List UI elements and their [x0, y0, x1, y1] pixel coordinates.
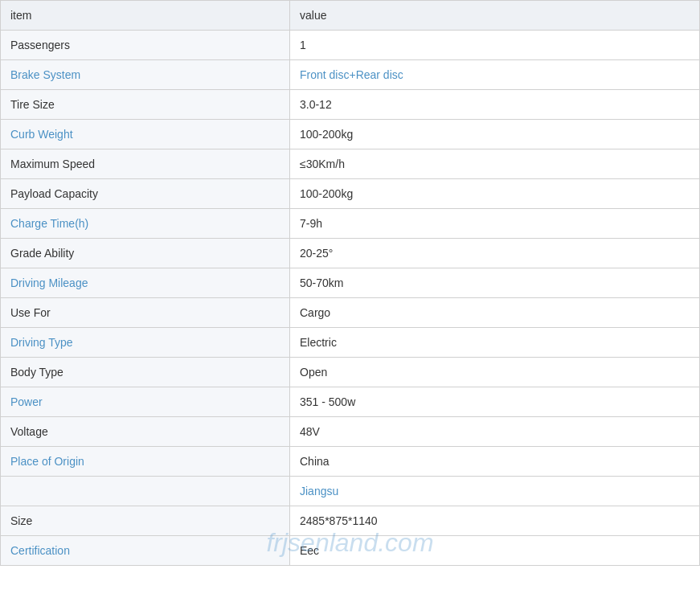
item-cell: Passengers	[1, 31, 290, 59]
table-row: Size2485*875*1140	[1, 506, 699, 536]
value-label: China	[300, 455, 330, 468]
table-row: Payload Capacity100-200kg	[1, 179, 699, 209]
value-label: Eec	[300, 544, 319, 557]
table-header: item value	[1, 1, 699, 31]
table-row: Driving TypeElectric	[1, 328, 699, 358]
value-label: 2485*875*1140	[300, 514, 378, 527]
value-label: 3.0-12	[300, 98, 332, 111]
table-row: CertificationEec	[1, 536, 699, 565]
item-cell: Size	[1, 506, 290, 535]
table-row: Brake SystemFront disc+Rear disc	[1, 60, 699, 90]
header-item-label: item	[10, 9, 31, 22]
value-cell: Eec	[290, 536, 699, 565]
value-label: 1	[300, 39, 306, 51]
item-cell: Curb Weight	[1, 120, 290, 149]
value-label: ≤30Km/h	[300, 158, 345, 170]
item-label: Power	[10, 395, 43, 408]
table-row: Charge Time(h)7-9h	[1, 209, 699, 239]
item-cell: Power	[1, 387, 290, 416]
item-label: Passengers	[10, 39, 70, 51]
value-label: Open	[300, 366, 327, 379]
item-cell: Driving Type	[1, 328, 290, 357]
value-cell: 50-70km	[290, 268, 699, 297]
value-cell: Cargo	[290, 298, 699, 327]
value-cell: Jiangsu	[290, 477, 699, 506]
spec-table: item value Passengers1Brake SystemFront …	[0, 0, 700, 566]
table-row: Power351 - 500w	[1, 387, 699, 417]
value-label: 7-9h	[300, 217, 322, 230]
value-label: 351 - 500w	[300, 395, 355, 408]
table-row: Passengers1	[1, 31, 699, 60]
item-label: Grade Ability	[10, 247, 74, 260]
header-value-label: value	[300, 9, 326, 22]
table-row: Curb Weight100-200kg	[1, 120, 699, 149]
value-label: Electric	[300, 336, 337, 349]
value-label: Jiangsu	[300, 485, 338, 497]
table-row: Body TypeOpen	[1, 358, 699, 387]
item-label: Place of Origin	[10, 455, 84, 468]
value-cell: 3.0-12	[290, 90, 699, 119]
table-row: Place of OriginChina	[1, 447, 699, 477]
table-row: Driving Mileage50-70km	[1, 268, 699, 298]
value-cell: Front disc+Rear disc	[290, 60, 699, 89]
table-row: Maximum Speed≤30Km/h	[1, 149, 699, 179]
item-label: Body Type	[10, 366, 63, 379]
table-row: Grade Ability20-25°	[1, 239, 699, 268]
item-label: Voltage	[10, 425, 48, 438]
item-cell: Voltage	[1, 417, 290, 446]
value-cell: 20-25°	[290, 239, 699, 268]
value-cell: ≤30Km/h	[290, 149, 699, 178]
value-label: 50-70km	[300, 276, 343, 289]
item-cell: Driving Mileage	[1, 268, 290, 297]
value-cell: 100-200kg	[290, 179, 699, 208]
value-cell: 7-9h	[290, 209, 699, 238]
value-label: 20-25°	[300, 247, 333, 260]
item-label: Tire Size	[10, 98, 55, 111]
header-item-cell: item	[1, 1, 290, 30]
item-cell: Place of Origin	[1, 447, 290, 476]
item-cell: Body Type	[1, 358, 290, 387]
header-value-cell: value	[290, 1, 699, 30]
table-row: Jiangsu	[1, 477, 699, 506]
item-cell: Charge Time(h)	[1, 209, 290, 238]
item-label: Driving Type	[10, 336, 73, 349]
item-cell	[1, 477, 290, 506]
value-label: 100-200kg	[300, 128, 353, 141]
item-cell: Payload Capacity	[1, 179, 290, 208]
item-cell: Certification	[1, 536, 290, 565]
item-label: Brake System	[10, 68, 80, 81]
item-cell: Tire Size	[1, 90, 290, 119]
item-label: Use For	[10, 306, 51, 319]
value-label: 100-200kg	[300, 187, 353, 200]
value-cell: 48V	[290, 417, 699, 446]
value-cell: 1	[290, 31, 699, 59]
table-row: Use ForCargo	[1, 298, 699, 328]
item-cell: Brake System	[1, 60, 290, 89]
table-row: Voltage48V	[1, 417, 699, 447]
item-label: Certification	[10, 544, 70, 557]
item-label: Driving Mileage	[10, 276, 88, 289]
value-label: Cargo	[300, 306, 330, 319]
item-cell: Grade Ability	[1, 239, 290, 268]
value-label: Front disc+Rear disc	[300, 68, 403, 81]
item-cell: Maximum Speed	[1, 149, 290, 178]
value-cell: Electric	[290, 328, 699, 357]
value-cell: 2485*875*1140	[290, 506, 699, 535]
item-label: Size	[10, 514, 32, 527]
value-cell: 100-200kg	[290, 120, 699, 149]
item-label: Curb Weight	[10, 128, 73, 141]
value-cell: Open	[290, 358, 699, 387]
item-label: Payload Capacity	[10, 187, 98, 200]
value-cell: China	[290, 447, 699, 476]
value-label: 48V	[300, 425, 320, 438]
value-cell: 351 - 500w	[290, 387, 699, 416]
item-label: Charge Time(h)	[10, 217, 88, 230]
item-cell: Use For	[1, 298, 290, 327]
item-label: Maximum Speed	[10, 158, 95, 170]
table-row: Tire Size3.0-12	[1, 90, 699, 120]
